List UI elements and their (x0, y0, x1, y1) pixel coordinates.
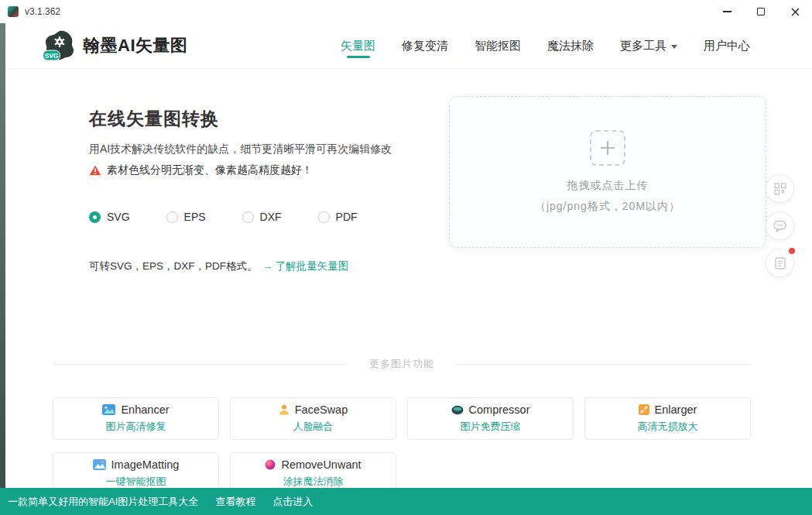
picture-enhance-icon (102, 404, 115, 415)
radio-pdf-control[interactable] (318, 211, 330, 223)
feature-card-grid: Enhancer 图片高清修复 FaceSwap 人脸融合 Compressor (53, 397, 751, 495)
warning-icon (89, 165, 101, 176)
card-enhancer[interactable]: Enhancer 图片高清修复 (53, 397, 219, 440)
formats-note: 可转SVG，EPS，DXF，PDF格式。→ 了解批量矢量图 (89, 259, 348, 273)
chevron-down-icon (671, 45, 677, 49)
magic-ball-icon (265, 459, 276, 470)
main-nav: 矢量图 修复变清 智能抠图 魔法抹除 更多工具 用户中心 (341, 23, 750, 68)
logo: SVG 翰墨AI矢量图 (43, 30, 188, 62)
more-features-divider: 更多图片功能 (53, 357, 751, 371)
feedback-doc-icon (775, 257, 786, 270)
titlebar: v3.1.362 (0, 0, 812, 23)
minimize-icon (723, 11, 731, 12)
nav-matting[interactable]: 智能抠图 (475, 23, 521, 68)
warning-row: 素材色线分明无渐变、像素越高精度越好！ (89, 163, 313, 177)
header: SVG 翰墨AI矢量图 矢量图 修复变清 智能抠图 魔法抹除 更多工具 用户中心 (0, 23, 812, 68)
card-compressor[interactable]: Compressor 图片免费压缩 (407, 397, 574, 440)
app-window: v3.1.362 SVG 翰墨AI矢量图 (0, 0, 812, 515)
upload-hint-1: 拖拽或点击上传 (567, 179, 649, 193)
enlarge-icon (639, 404, 649, 415)
warning-text: 素材色线分明无渐变、像素越高精度越好！ (107, 163, 313, 177)
person-icon (279, 404, 290, 415)
plus-icon (590, 130, 625, 166)
nav-more-tools[interactable]: 更多工具 (620, 23, 677, 68)
page-title: 在线矢量图转换 (89, 107, 219, 131)
nav-vector[interactable]: 矢量图 (341, 23, 375, 68)
footer-bar: 一款简单又好用的智能AI图片处理工具大全 查看教程 点击进入 (0, 488, 812, 515)
customer-service-icon (773, 220, 786, 232)
upload-hint-2: （jpg/png格式，20M以内） (535, 200, 680, 214)
app-icon (8, 6, 19, 17)
svg-text:SVG: SVG (45, 51, 59, 59)
footer-tutorial-link[interactable]: 查看教程 (215, 495, 255, 509)
card-faceswap[interactable]: FaceSwap 人脸融合 (230, 397, 396, 440)
app-title: 翰墨AI矢量图 (83, 34, 188, 57)
radio-eps[interactable]: EPS (166, 211, 206, 223)
page-description: 用AI技术解决传统软件的缺点，细节更清晰平滑可再次编辑修改 (89, 142, 392, 156)
close-button[interactable] (778, 0, 812, 23)
nav-restore[interactable]: 修复变清 (402, 23, 448, 68)
batch-vector-link[interactable]: → 了解批量矢量图 (262, 260, 349, 272)
radio-dxf[interactable]: DXF (242, 211, 282, 223)
minimize-button[interactable] (710, 0, 744, 23)
radio-eps-control[interactable] (166, 211, 178, 223)
radio-svg[interactable]: SVG (89, 211, 130, 223)
nav-user-center[interactable]: 用户中心 (704, 23, 750, 68)
footer-slogan: 一款简单又好用的智能AI图片处理工具大全 (8, 495, 198, 509)
picture-matting-icon (93, 459, 106, 470)
format-radio-group: SVG EPS DXF PDF (89, 211, 358, 223)
divider-line (53, 364, 348, 365)
compress-lens-icon (451, 405, 464, 415)
notification-dot (789, 248, 795, 254)
desktop-edge-strip (0, 23, 5, 488)
upload-dropzone[interactable]: 拖拽或点击上传 （jpg/png格式，20M以内） (449, 96, 766, 248)
close-icon (790, 7, 800, 17)
radio-pdf[interactable]: PDF (318, 211, 358, 223)
qr-code-icon (774, 183, 786, 195)
radio-svg-control[interactable] (89, 211, 101, 223)
divider-line (456, 364, 751, 365)
qr-share-button[interactable] (766, 174, 794, 203)
footer-enter-link[interactable]: 点击进入 (272, 495, 313, 509)
maximize-icon (757, 8, 765, 15)
customer-service-button[interactable] (766, 211, 794, 240)
radio-dxf-control[interactable] (242, 211, 254, 223)
nav-erase[interactable]: 魔法抹除 (547, 23, 594, 68)
maximize-button[interactable] (744, 0, 778, 23)
version-label: v3.1.362 (25, 6, 60, 17)
logo-icon: SVG (43, 30, 75, 62)
divider-label: 更多图片功能 (369, 357, 434, 371)
feedback-button[interactable] (766, 249, 794, 277)
card-enlarger[interactable]: Enlarger 高清无损放大 (584, 397, 751, 440)
